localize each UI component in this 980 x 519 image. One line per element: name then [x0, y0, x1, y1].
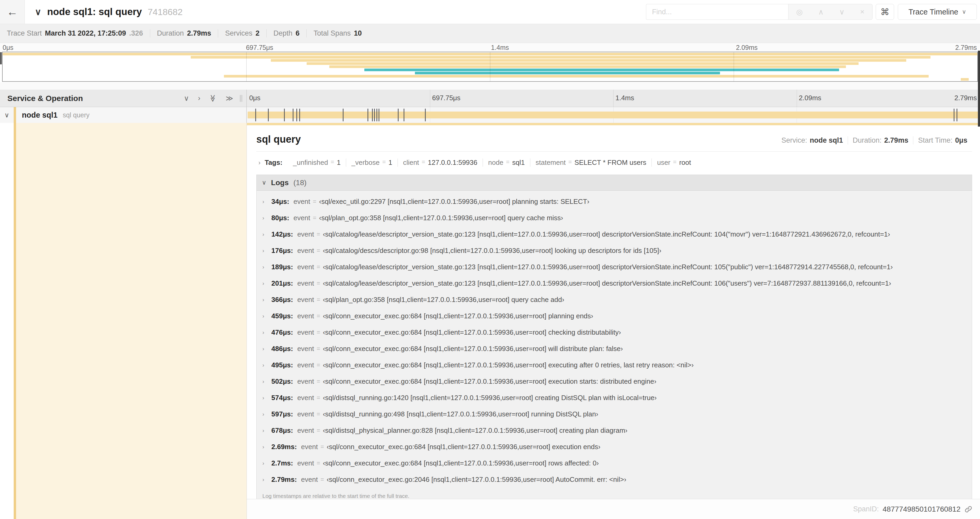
log-marker-tick: [372, 109, 373, 121]
log-row[interactable]: ›2.79ms:event=‹sql/conn_executor_exec.go…: [256, 471, 972, 488]
minimap-left-drag-handle[interactable]: [0, 52, 2, 64]
equals-sign: =: [317, 378, 320, 385]
log-row[interactable]: ›34μs:event=‹sql/exec_util.go:2297 [nsql…: [256, 193, 972, 210]
equals-sign: =: [317, 460, 320, 467]
log-row[interactable]: ›189μs:event=‹sql/catalog/lease/descript…: [256, 259, 972, 275]
log-timestamp: 34μs:: [271, 198, 289, 206]
span-list-column: [0, 123, 247, 519]
equals-sign: =: [317, 263, 320, 271]
view-selector-button[interactable]: Trace Timeline ∨: [898, 4, 977, 20]
chevron-down-icon: ∨: [962, 8, 966, 15]
ruler-tick: 0μs: [3, 44, 13, 51]
column-resize-handle[interactable]: [240, 95, 242, 102]
chevron-right-icon: ›: [262, 345, 271, 352]
link-icon[interactable]: [964, 505, 973, 513]
span-detail-panel: sql query Service: node sql1 Duration: 2…: [247, 125, 980, 499]
ruler-gridline: [613, 89, 614, 107]
start-time-value: 0μs: [955, 136, 967, 145]
tag-value: 1: [337, 158, 340, 167]
log-row[interactable]: ›597μs:event=‹sql/distsql_running.go:498…: [256, 406, 972, 422]
log-row[interactable]: ›459μs:event=‹sql/conn_executor_exec.go:…: [256, 308, 972, 324]
trace-start: Trace Start March 31 2022, 17:25:09.326: [0, 29, 150, 37]
log-row[interactable]: ›486μs:event=‹sql/conn_executor_exec.go:…: [256, 340, 972, 357]
logs-list: ›34μs:event=‹sql/exec_util.go:2297 [nsql…: [256, 191, 972, 499]
collapse-all-icon[interactable]: ≫: [209, 94, 217, 102]
total-spans-value: 10: [354, 29, 362, 37]
tag-value: 1: [388, 158, 392, 167]
ruler-tick: 2.09ms: [736, 44, 758, 51]
vertical-scrollbar[interactable]: [978, 51, 980, 126]
span-name-cell[interactable]: ∨ node sql1 sql query: [0, 107, 247, 123]
spanid-value: 4877749850101760812: [883, 505, 961, 513]
collapse-one-icon[interactable]: ∨: [184, 94, 189, 102]
service-operation-title: Service & Operation: [7, 94, 184, 103]
next-result-icon[interactable]: ∨: [839, 8, 845, 16]
chevron-down-icon: ∨: [262, 179, 266, 186]
expand-one-icon[interactable]: ›: [198, 94, 200, 102]
expand-all-icon[interactable]: ≫: [226, 94, 233, 102]
duration-value: 2.79ms: [187, 29, 211, 37]
command-icon: ⌘: [880, 6, 889, 17]
service-label: Service:: [781, 136, 807, 145]
trace-start-fraction: .326: [129, 29, 143, 37]
spacer: [0, 82, 980, 89]
ruler-tick: 697.75μs: [432, 94, 460, 102]
log-marker-tick: [293, 109, 293, 121]
log-row[interactable]: ›176μs:event=‹sql/catalog/descs/descript…: [256, 242, 972, 259]
chevron-right-icon: ›: [262, 231, 271, 237]
keyboard-shortcuts-button[interactable]: ⌘: [876, 4, 894, 20]
log-field: event: [297, 394, 314, 402]
log-row[interactable]: ›142μs:event=‹sql/catalog/lease/descript…: [256, 226, 972, 242]
minimap-span-bar: [364, 69, 839, 71]
span-duration-bar[interactable]: [248, 112, 979, 118]
equals-sign: =: [317, 410, 320, 418]
log-row[interactable]: ›80μs:event=‹sql/plan_opt.go:358 [nsql1,…: [256, 210, 972, 226]
total-spans-label: Total Spans: [313, 29, 351, 37]
log-value: ‹sql/plan_opt.go:358 [nsql1,client=127.0…: [319, 214, 563, 222]
tag-key: user: [657, 158, 670, 167]
span-row[interactable]: ∨ node sql1 sql query: [0, 107, 980, 123]
log-row[interactable]: ›574μs:event=‹sql/distsql_running.go:142…: [256, 390, 972, 406]
back-button[interactable]: ←: [0, 0, 25, 24]
log-row[interactable]: ›366μs:event=‹sql/plan_opt.go:358 [nsql1…: [256, 291, 972, 308]
span-bar-cell[interactable]: [247, 107, 980, 123]
log-value: ‹sql/conn_executor_exec.go:684 [nsql1,cl…: [327, 443, 600, 451]
trace-minimap[interactable]: [2, 52, 978, 82]
log-row[interactable]: ›678μs:event=‹sql/distsql_physical_plann…: [256, 422, 972, 439]
log-field: event: [297, 295, 314, 304]
locate-icon[interactable]: ◎: [796, 8, 803, 16]
log-timestamp: 142μs:: [271, 230, 293, 238]
chevron-down-icon[interactable]: ∨: [35, 6, 41, 17]
chevron-right-icon: ›: [262, 280, 271, 286]
log-row[interactable]: ›2.69ms:event=‹sql/conn_executor_exec.go…: [256, 439, 972, 455]
column-divider: [247, 89, 247, 519]
log-value: ‹sql/plan_opt.go:358 [nsql1,client=127.0…: [323, 295, 564, 304]
ruler-tick: 0μs: [249, 94, 260, 102]
start-time-label: Start Time:: [918, 136, 953, 145]
log-row[interactable]: ›502μs:event=‹sql/conn_executor_exec.go:…: [256, 373, 972, 390]
log-marker-tick: [368, 109, 368, 121]
span-color-strip: [247, 123, 980, 125]
log-marker-tick: [377, 109, 377, 121]
span-detail-title: sql query: [256, 134, 776, 145]
clear-find-icon[interactable]: ×: [860, 8, 864, 16]
tags-accordion[interactable]: › Tags: _unfinished=1 _verbose=1 client=…: [256, 152, 972, 168]
log-timestamp: 495μs:: [271, 361, 293, 369]
trace-id: 7418682: [148, 7, 183, 17]
chevron-down-icon[interactable]: ∨: [0, 111, 14, 119]
log-row[interactable]: ›495μs:event=‹sql/conn_executor_exec.go:…: [256, 357, 972, 373]
log-value: ‹sql/conn_executor_exec.go:684 [nsql1,cl…: [323, 361, 694, 369]
log-row[interactable]: ›476μs:event=‹sql/conn_executor_exec.go:…: [256, 324, 972, 340]
trace-start-value: March 31 2022, 17:25:09: [45, 29, 126, 37]
log-row[interactable]: ›2.7ms:event=‹sql/conn_executor_exec.go:…: [256, 455, 972, 471]
log-marker-tick: [404, 109, 404, 121]
ruler-gridline: [430, 89, 430, 107]
span-operation-name: sql query: [63, 111, 89, 119]
prev-result-icon[interactable]: ∧: [818, 8, 824, 16]
log-marker-tick: [379, 109, 379, 121]
log-row[interactable]: ›201μs:event=‹sql/catalog/lease/descript…: [256, 275, 972, 291]
log-field: event: [297, 279, 314, 287]
logs-count: (18): [293, 179, 307, 187]
find-input[interactable]: [646, 4, 788, 20]
logs-header[interactable]: ∨ Logs (18): [256, 175, 972, 191]
